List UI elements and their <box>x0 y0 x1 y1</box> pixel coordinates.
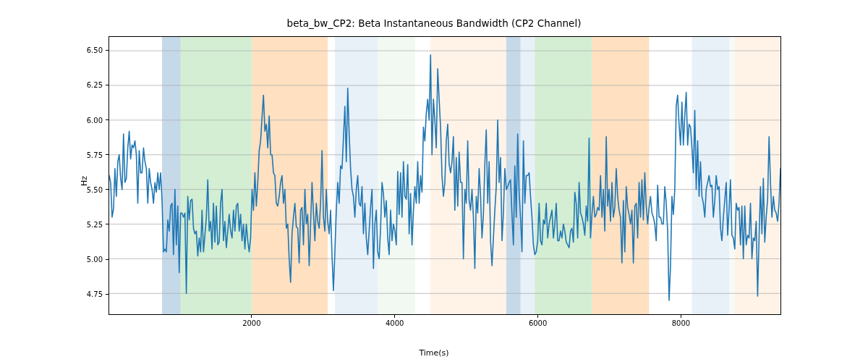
plot-svg <box>109 37 780 314</box>
svg-rect-1 <box>181 37 252 314</box>
svg-rect-4 <box>378 37 414 314</box>
svg-rect-8 <box>535 37 592 314</box>
svg-rect-10 <box>692 37 729 314</box>
y-axis-label: Hz <box>80 176 89 186</box>
x-tick-label: 2000 <box>242 319 260 327</box>
y-tick-label: 5.75 <box>87 151 103 159</box>
x-tick-label: 6000 <box>529 319 547 327</box>
x-tick-label: 4000 <box>386 319 404 327</box>
chart-title: beta_bw_CP2: Beta Instantaneous Bandwidt… <box>0 17 868 29</box>
svg-rect-11 <box>729 37 735 314</box>
x-tick-label: 8000 <box>672 319 690 327</box>
axes: 4.755.005.255.505.756.006.256.5020004000… <box>109 36 781 315</box>
plot-area <box>109 36 781 315</box>
x-axis-label: Time(s) <box>0 348 868 358</box>
figure: beta_bw_CP2: Beta Instantaneous Bandwidt… <box>0 0 868 362</box>
y-tick-label: 5.25 <box>87 220 103 228</box>
svg-rect-0 <box>162 37 181 314</box>
y-tick-label: 6.25 <box>87 81 103 89</box>
y-tick-label: 6.00 <box>87 116 103 124</box>
y-tick-label: 4.75 <box>87 290 103 298</box>
y-tick-label: 5.00 <box>87 256 103 264</box>
y-tick-label: 5.50 <box>87 185 103 193</box>
svg-rect-3 <box>335 37 378 314</box>
y-tick-label: 6.50 <box>87 46 103 54</box>
